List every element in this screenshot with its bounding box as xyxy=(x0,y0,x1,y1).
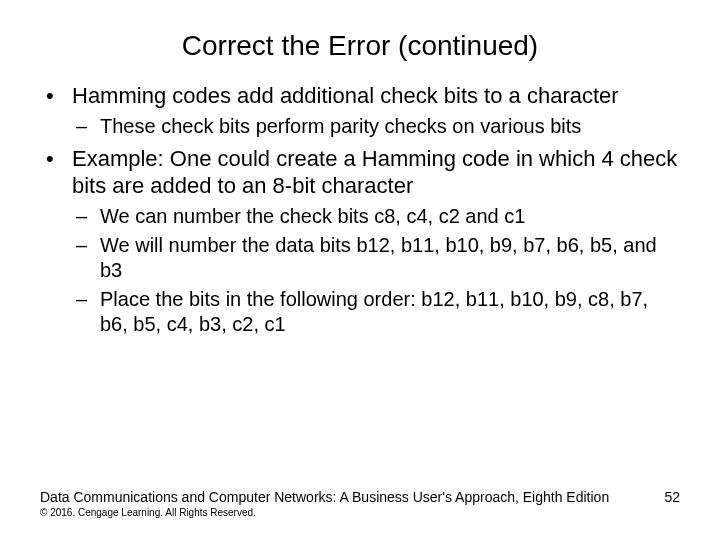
sub-bullet-text: We can number the check bits c8, c4, c2 … xyxy=(100,205,525,227)
bullet-item: Example: One could create a Hamming code… xyxy=(40,145,680,337)
footer-copyright: © 2016. Cengage Learning. All Rights Res… xyxy=(40,507,680,518)
sub-bullet-text: These check bits perform parity checks o… xyxy=(100,115,581,137)
slide: Correct the Error (continued) Hamming co… xyxy=(0,0,720,540)
sub-bullet-item: Place the bits in the following order: b… xyxy=(72,287,680,337)
sub-bullet-item: These check bits perform parity checks o… xyxy=(72,114,680,139)
bullet-list: Hamming codes add additional check bits … xyxy=(40,82,680,337)
bullet-text: Example: One could create a Hamming code… xyxy=(72,146,677,199)
bullet-text: Hamming codes add additional check bits … xyxy=(72,83,619,108)
slide-title: Correct the Error (continued) xyxy=(0,0,720,82)
sub-bullet-list: We can number the check bits c8, c4, c2 … xyxy=(72,204,680,337)
sub-bullet-item: We can number the check bits c8, c4, c2 … xyxy=(72,204,680,229)
sub-bullet-text: Place the bits in the following order: b… xyxy=(100,288,648,335)
sub-bullet-list: These check bits perform parity checks o… xyxy=(72,114,680,139)
page-number: 52 xyxy=(664,489,680,505)
sub-bullet-item: We will number the data bits b12, b11, b… xyxy=(72,233,680,283)
bullet-item: Hamming codes add additional check bits … xyxy=(40,82,680,139)
footer-line: Data Communications and Computer Network… xyxy=(40,489,680,505)
footer-source: Data Communications and Computer Network… xyxy=(40,489,609,505)
sub-bullet-text: We will number the data bits b12, b11, b… xyxy=(100,234,657,281)
slide-footer: Data Communications and Computer Network… xyxy=(40,489,680,518)
slide-content: Hamming codes add additional check bits … xyxy=(0,82,720,337)
